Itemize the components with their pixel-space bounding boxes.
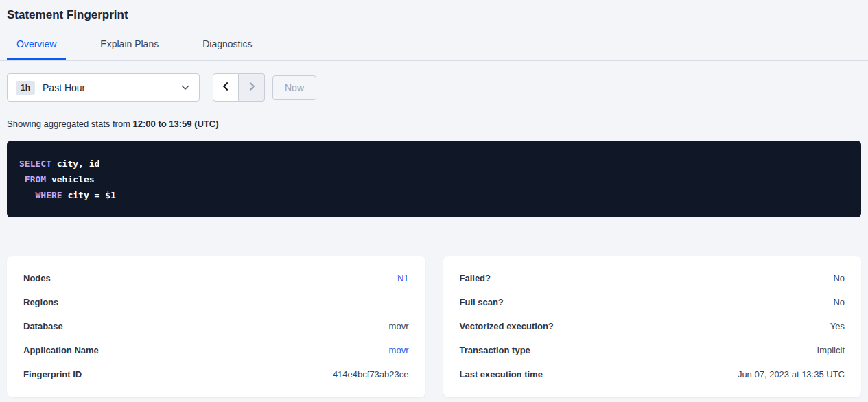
sql-keyword: WHERE xyxy=(35,190,62,200)
nodes-value-link[interactable]: N1 xyxy=(397,273,409,283)
sql-keyword: FROM xyxy=(25,174,46,185)
time-range-label: Past Hour xyxy=(43,82,85,93)
time-range-dropdown[interactable]: 1h Past Hour xyxy=(7,73,200,102)
table-row: Regions xyxy=(23,297,409,307)
sql-statement-box: SELECT city, id FROM vehicles WHERE city… xyxy=(7,141,861,217)
failed-label: Failed? xyxy=(460,273,491,283)
execution-attributes-card: Failed? No Full scan? No Vectorized exec… xyxy=(443,256,862,397)
tab-bar: Overview Explain Plans Diagnostics xyxy=(0,32,868,61)
aggregated-stats-line: Showing aggregated stats from 12:00 to 1… xyxy=(7,119,861,129)
time-duration-badge: 1h xyxy=(16,81,35,95)
chevron-right-icon xyxy=(247,82,257,94)
time-controls: 1h Past Hour Now xyxy=(7,73,861,102)
now-button[interactable]: Now xyxy=(272,75,316,100)
application-name-value-link[interactable]: movr xyxy=(389,345,409,355)
transaction-type-label: Transaction type xyxy=(460,345,530,355)
full-scan-label: Full scan? xyxy=(460,297,504,307)
regions-label: Regions xyxy=(23,297,58,307)
tab-explain-plans[interactable]: Explain Plans xyxy=(91,32,168,60)
table-row: Nodes N1 xyxy=(23,273,409,283)
table-row: Last execution time Jun 07, 2023 at 13:3… xyxy=(460,369,845,379)
tab-overview[interactable]: Overview xyxy=(7,32,66,60)
previous-time-button[interactable] xyxy=(213,73,239,102)
table-row: Application Name movr xyxy=(23,345,409,355)
fingerprint-id-value: 414e4bcf73ab23ce xyxy=(333,369,409,379)
table-row: Full scan? No xyxy=(460,297,845,307)
fingerprint-id-label: Fingerprint ID xyxy=(23,369,82,379)
chevron-left-icon xyxy=(221,82,231,94)
nodes-label: Nodes xyxy=(23,273,51,283)
sql-keyword: SELECT xyxy=(19,158,51,169)
stats-prefix: Showing aggregated stats from xyxy=(7,119,130,129)
full-scan-value: No xyxy=(833,297,845,307)
next-time-button[interactable] xyxy=(239,73,265,102)
vectorized-execution-value: Yes xyxy=(830,321,845,331)
table-row: Transaction type Implicit xyxy=(460,345,845,355)
last-execution-time-value: Jun 07, 2023 at 13:35 UTC xyxy=(738,369,845,379)
statement-details-card: Nodes N1 Regions Database movr Applicati… xyxy=(7,256,425,397)
application-name-label: Application Name xyxy=(23,345,99,355)
page-header: Statement Fingerprint xyxy=(0,0,868,22)
sql-line: FROM vehicles xyxy=(19,172,849,187)
table-row: Vectorized execution? Yes xyxy=(460,321,845,331)
database-label: Database xyxy=(23,321,63,331)
summary-cards: Nodes N1 Regions Database movr Applicati… xyxy=(7,256,861,397)
database-value: movr xyxy=(389,321,409,331)
tab-diagnostics[interactable]: Diagnostics xyxy=(193,32,261,60)
sql-line: WHERE city = $1 xyxy=(19,187,849,203)
failed-value: No xyxy=(833,273,845,283)
transaction-type-value: Implicit xyxy=(817,345,845,355)
time-step-buttons xyxy=(213,73,265,102)
table-row: Database movr xyxy=(23,321,409,331)
table-row: Failed? No xyxy=(460,273,845,283)
table-row: Fingerprint ID 414e4bcf73ab23ce xyxy=(23,369,409,379)
sql-line: SELECT city, id xyxy=(19,156,849,172)
chevron-down-icon xyxy=(181,85,189,91)
page-title: Statement Fingerprint xyxy=(7,8,861,22)
vectorized-execution-label: Vectorized execution? xyxy=(460,321,554,331)
stats-time-range: 12:00 to 13:59 (UTC) xyxy=(133,119,219,129)
last-execution-time-label: Last execution time xyxy=(460,369,543,379)
